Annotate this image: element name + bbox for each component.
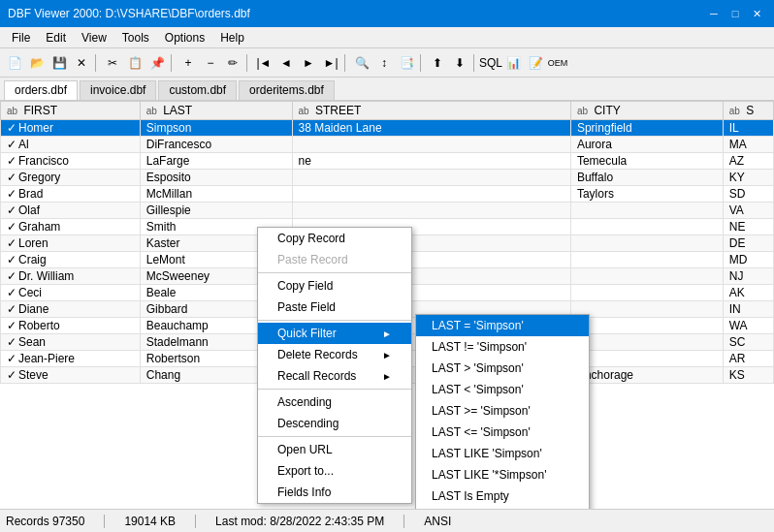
tab-custom[interactable]: custom.dbf	[158, 80, 237, 100]
cell-city	[570, 268, 723, 285]
col-header-state[interactable]: ab S	[723, 102, 773, 120]
minimize-button[interactable]: ─	[704, 4, 724, 23]
status-sep-1	[104, 515, 105, 528]
filter-neq[interactable]: LAST != 'Simpson'	[416, 336, 589, 358]
tab-invoice[interactable]: invoice.dbf	[80, 80, 156, 100]
table-row[interactable]: ✓Al DiFrancesco Aurora MA	[1, 137, 774, 153]
tb-import[interactable]: ⬇	[449, 52, 470, 74]
ctx-sep-2	[258, 320, 411, 321]
filter-eq[interactable]: LAST = 'Simpson'	[416, 315, 589, 336]
ctx-ascending[interactable]: Ascending	[258, 391, 411, 413]
menu-file[interactable]: File	[4, 29, 38, 47]
filter-like[interactable]: LAST LIKE 'Simpson'	[416, 443, 589, 464]
cell-first: ✓Olaf	[1, 203, 141, 219]
ctx-delete-records[interactable]: Delete Records ►	[258, 344, 411, 365]
ctx-descending[interactable]: Descending	[258, 413, 411, 434]
filter-like-star[interactable]: LAST LIKE '*Simpson'	[416, 464, 589, 485]
tb-open[interactable]: 📂	[26, 52, 48, 74]
tb-filter[interactable]: 🔍	[351, 52, 372, 74]
cell-first: ✓Ceci	[1, 285, 141, 301]
table-row[interactable]: ✓Olaf Gillespie VA	[1, 203, 774, 219]
cell-first: ✓Graham	[1, 219, 141, 235]
tb-sort[interactable]: ↕	[373, 52, 395, 74]
menu-tools[interactable]: Tools	[114, 29, 157, 47]
tb-prev[interactable]: ◄	[275, 52, 297, 74]
col-header-last[interactable]: ab LAST	[140, 102, 292, 120]
cell-city	[570, 252, 723, 268]
table-row[interactable]: ✓Brad McMillan Taylors SD	[1, 186, 774, 203]
filter-gte[interactable]: LAST >= 'Simpson'	[416, 400, 589, 422]
tb-next[interactable]: ►	[298, 52, 319, 74]
toolbar-sep-6	[473, 54, 477, 72]
menu-edit[interactable]: Edit	[38, 29, 74, 47]
table-row[interactable]: ✓Homer Simpson 38 Maiden Lane Springfiel…	[1, 120, 774, 137]
tb-first[interactable]: |◄	[253, 52, 274, 74]
tb-oem[interactable]: OEM	[547, 52, 568, 74]
menu-bar: File Edit View Tools Options Help	[0, 27, 774, 48]
quick-filter-submenu: LAST = 'Simpson' LAST != 'Simpson' LAST …	[415, 314, 590, 509]
ctx-recall-records[interactable]: Recall Records ►	[258, 365, 411, 387]
menu-view[interactable]: View	[74, 29, 114, 47]
cell-state: AK	[723, 285, 773, 301]
filter-empty[interactable]: LAST Is Empty	[416, 485, 589, 507]
cell-state: SC	[723, 334, 773, 351]
cell-last: DiFrancesco	[140, 137, 292, 153]
ctx-copy-field[interactable]: Copy Field	[258, 275, 411, 297]
menu-options[interactable]: Options	[157, 29, 212, 47]
close-button[interactable]: ✕	[747, 4, 766, 23]
cell-street: ne	[292, 153, 570, 170]
tb-close[interactable]: ✕	[71, 52, 92, 74]
tb-paste[interactable]: 📌	[146, 52, 168, 74]
table-row[interactable]: ✓Francisco LaFarge ne Temecula AZ	[1, 153, 774, 170]
col-header-city[interactable]: ab CITY	[570, 102, 723, 120]
tb-cut[interactable]: ✂	[102, 52, 123, 74]
filter-lt[interactable]: LAST < 'Simpson'	[416, 379, 589, 400]
ctx-quick-filter[interactable]: Quick Filter ►	[258, 323, 411, 344]
tab-orders[interactable]: orders.dbf	[4, 80, 78, 100]
cell-city	[570, 301, 723, 318]
tb-add[interactable]: +	[177, 52, 199, 74]
ctx-paste-field[interactable]: Paste Field	[258, 297, 411, 318]
tb-sql[interactable]: SQL	[480, 52, 501, 74]
tb-copy[interactable]: 📋	[124, 52, 145, 74]
tb-edit[interactable]: ✏	[222, 52, 243, 74]
tb-chart[interactable]: 📊	[502, 52, 524, 74]
tb-last[interactable]: ►|	[320, 52, 341, 74]
status-size: 19014 KB	[124, 515, 176, 528]
tb-new[interactable]: 📄	[4, 52, 25, 74]
ctx-paste-record[interactable]: Paste Record	[258, 249, 411, 270]
title-bar: DBF Viewer 2000: D:\VSHARE\DBF\orders.db…	[0, 0, 774, 27]
ctx-open-url[interactable]: Open URL	[258, 439, 411, 460]
cell-first: ✓Loren	[1, 235, 141, 252]
ctx-copy-record[interactable]: Copy Record	[258, 228, 411, 249]
title-text: DBF Viewer 2000: D:\VSHARE\DBF\orders.db…	[8, 7, 250, 20]
cell-state: IN	[723, 301, 773, 318]
cell-state: WA	[723, 318, 773, 334]
col-header-first[interactable]: ab FIRST	[1, 102, 141, 120]
filter-not-empty[interactable]: LAST Is Not Empty	[416, 507, 589, 509]
delete-records-arrow: ►	[382, 350, 392, 360]
tb-delete[interactable]: −	[200, 52, 221, 74]
tb-save[interactable]: 💾	[48, 52, 70, 74]
tab-orderitems[interactable]: orderitems.dbf	[239, 80, 335, 100]
status-records: Records 97350	[6, 515, 84, 528]
filter-gt[interactable]: LAST > 'Simpson'	[416, 358, 589, 379]
cell-state: MA	[723, 137, 773, 153]
maximize-button[interactable]: □	[726, 4, 745, 23]
cell-first: ✓Gregory	[1, 170, 141, 186]
toolbar-sep-1	[95, 54, 99, 72]
table-row[interactable]: ✓Gregory Esposito Buffalo KY	[1, 170, 774, 186]
tb-export[interactable]: ⬆	[427, 52, 448, 74]
recall-records-arrow: ►	[382, 371, 392, 382]
tb-memo[interactable]: 📝	[525, 52, 546, 74]
ctx-fields-info[interactable]: Fields Info	[258, 482, 411, 503]
filter-lte[interactable]: LAST <= 'Simpson'	[416, 422, 589, 443]
col-header-street[interactable]: ab STREET	[292, 102, 570, 120]
cell-last: Simpson	[140, 120, 292, 137]
cell-city: Buffalo	[570, 170, 723, 186]
ctx-export[interactable]: Export to...	[258, 460, 411, 482]
cell-state: AZ	[723, 153, 773, 170]
cell-first: ✓Roberto	[1, 318, 141, 334]
menu-help[interactable]: Help	[212, 29, 252, 47]
tb-index[interactable]: 📑	[396, 52, 417, 74]
